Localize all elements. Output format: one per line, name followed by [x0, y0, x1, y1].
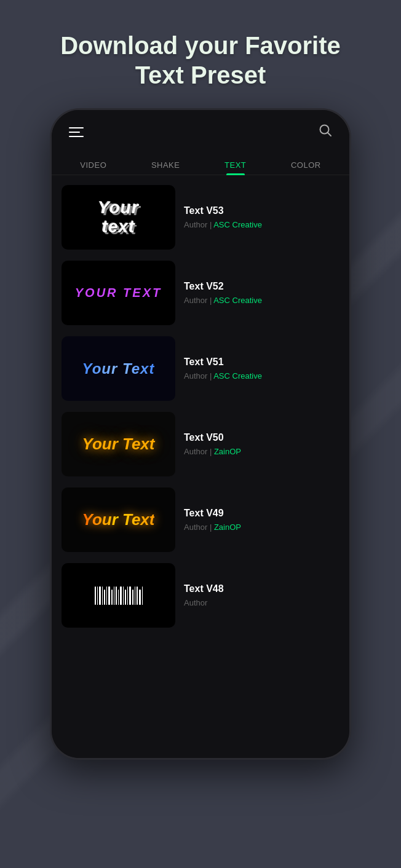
preset-info-v50: Text V50 Author | ZainOP	[184, 432, 339, 456]
tab-bar: VIDEO SHAKE TEXT COLOR	[52, 151, 349, 175]
thumb-v53-text: Yourtext	[98, 199, 139, 237]
hamburger-line-1	[69, 127, 84, 128]
preset-name-v48: Text V48	[184, 583, 339, 594]
preset-name-v52: Text V52	[184, 281, 339, 292]
preset-item-v52[interactable]: YOUR TEXT Text V52 Author | ASC Creative	[62, 257, 339, 329]
preset-info-v49: Text V49 Author | ZainOP	[184, 508, 339, 532]
preset-author-v49: Author | ZainOP	[184, 523, 339, 532]
preset-item-v49[interactable]: Your Text Text V49 Author | ZainOP	[62, 484, 339, 556]
preset-info-v51: Text V51 Author | ASC Creative	[184, 357, 339, 381]
preset-info-v53: Text V53 Author | ASC Creative	[184, 205, 339, 229]
preset-thumbnail-v50: Your Text	[62, 412, 175, 476]
preset-item-v48[interactable]: Text V48 Author	[62, 559, 339, 631]
preset-author-v48: Author	[184, 598, 339, 607]
preset-name-v49: Text V49	[184, 508, 339, 519]
preset-name-v50: Text V50	[184, 432, 339, 443]
hamburger-line-3	[69, 136, 84, 137]
preset-name-v53: Text V53	[184, 205, 339, 216]
hamburger-line-2	[69, 132, 80, 133]
preset-name-v51: Text V51	[184, 357, 339, 368]
preset-item-v50[interactable]: Your Text Text V50 Author | ZainOP	[62, 408, 339, 480]
page-header: Download your Favorite Text Preset	[23, 0, 378, 108]
preset-author-v50: Author | ZainOP	[184, 447, 339, 456]
preset-thumbnail-v48	[62, 563, 175, 628]
thumb-v50-text: Your Text	[82, 435, 155, 454]
preset-author-v52: Author | ASC Creative	[184, 296, 339, 305]
preset-info-v52: Text V52 Author | ASC Creative	[184, 281, 339, 305]
preset-info-v48: Text V48 Author	[184, 583, 339, 607]
preset-thumbnail-v53: Yourtext	[62, 185, 175, 250]
thumb-v51-text: Your Text	[82, 360, 155, 377]
phone-screen: VIDEO SHAKE TEXT COLOR Yourtext Text V53…	[52, 110, 349, 758]
preset-list: Yourtext Text V53 Author | ASC Creative …	[52, 175, 349, 758]
phone-mockup: VIDEO SHAKE TEXT COLOR Yourtext Text V53…	[50, 108, 351, 760]
search-icon[interactable]	[319, 124, 332, 141]
barcode-visual	[95, 586, 143, 605]
preset-item-v51[interactable]: Your Text Text V51 Author | ASC Creative	[62, 333, 339, 404]
tab-color[interactable]: COLOR	[284, 156, 328, 175]
top-bar	[52, 110, 349, 151]
hamburger-menu-icon[interactable]	[69, 127, 84, 137]
thumb-v49-text: Your Text	[82, 510, 155, 529]
thumb-v52-text: YOUR TEXT	[75, 286, 162, 300]
tab-video[interactable]: VIDEO	[73, 156, 114, 175]
barcode-lines	[95, 586, 143, 605]
page-title: Download your Favorite Text Preset	[60, 31, 341, 90]
preset-item-v53[interactable]: Yourtext Text V53 Author | ASC Creative	[62, 181, 339, 253]
preset-thumbnail-v51: Your Text	[62, 336, 175, 401]
preset-thumbnail-v49: Your Text	[62, 487, 175, 552]
preset-author-v53: Author | ASC Creative	[184, 220, 339, 229]
preset-author-v51: Author | ASC Creative	[184, 371, 339, 381]
tab-text[interactable]: TEXT	[217, 156, 253, 175]
svg-line-1	[328, 133, 332, 136]
preset-thumbnail-v52: YOUR TEXT	[62, 261, 175, 325]
tab-shake[interactable]: SHAKE	[144, 156, 188, 175]
